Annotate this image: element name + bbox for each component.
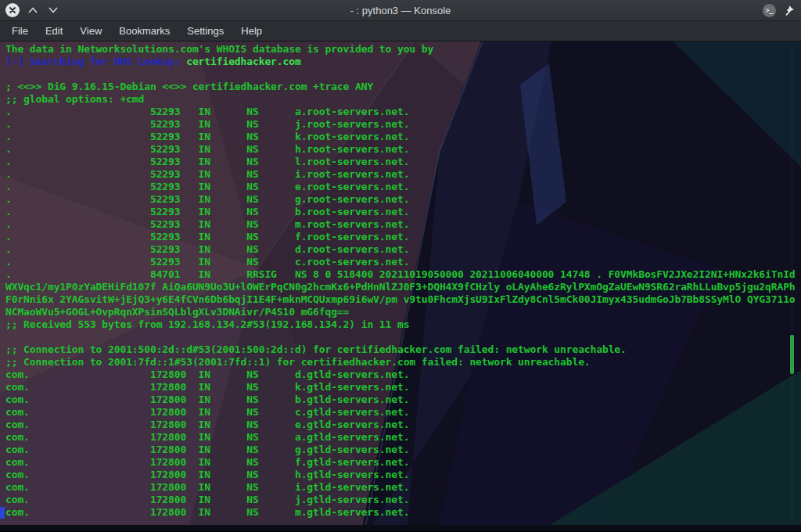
terminal-text: ;; global options: +cmd	[5, 93, 144, 105]
terminal-text: com. 172800 IN NS f.gtld-servers.net.	[5, 456, 409, 468]
terminal-text: . 52293 IN NS d.root-servers.net.	[5, 243, 409, 255]
terminal-text: . 52293 IN NS h.root-servers.net.	[5, 143, 409, 155]
titlebar[interactable]: - : python3 — Konsole >_	[0, 0, 801, 21]
chevron-down-icon	[48, 7, 58, 13]
scrollbar-thumb[interactable]	[790, 335, 794, 374]
pin-icon[interactable]	[783, 5, 795, 16]
scroll-up-button[interactable]	[26, 3, 40, 17]
terminal-text: [~] Searching for DNS Lookup:	[5, 56, 186, 67]
menubar: FileEditViewBookmarksSettingsHelp	[0, 21, 801, 41]
terminal-line: ;; Connection to 2001:7fd::1#53(2001:7fd…	[5, 356, 801, 368]
terminal-text: The data in Networksolutions.com's WHOIS…	[5, 43, 433, 55]
terminal-line	[5, 68, 801, 81]
menu-item-help[interactable]: Help	[232, 21, 271, 41]
terminal-text: com. 172800 IN NS i.gtld-servers.net.	[5, 481, 409, 493]
terminal-line: . 52293 IN NS i.root-servers.net.	[5, 168, 801, 181]
terminal-cursor	[0, 507, 5, 519]
close-button[interactable]	[5, 3, 20, 17]
terminal-text: . 52293 IN NS a.root-servers.net.	[5, 106, 409, 117]
konsole-app-icon: >_	[763, 4, 776, 17]
terminal-line: com. 172800 IN NS f.gtld-servers.net.	[5, 456, 801, 469]
terminal-line: com. 172800 IN NS j.gtld-servers.net.	[5, 494, 801, 506]
terminal-text: . 52293 IN NS c.root-servers.net.	[5, 256, 409, 268]
close-icon	[9, 6, 16, 14]
terminal-text: WXVqc1/my1P0zYaDEHiFd107f AiQa6UN9Uo3U+l…	[5, 281, 796, 293]
terminal-line: . 52293 IN NS b.root-servers.net.	[5, 206, 801, 218]
terminal-text: ;; Received 553 bytes from 192.168.134.2…	[5, 318, 409, 330]
terminal-line: . 52293 IN NS h.root-servers.net.	[5, 143, 801, 156]
terminal-line: com. 172800 IN NS i.gtld-servers.net.	[5, 481, 801, 494]
terminal-text: com. 172800 IN NS g.gtld-servers.net.	[5, 444, 409, 455]
chevron-up-icon	[28, 7, 38, 13]
terminal-text: . 52293 IN NS b.root-servers.net.	[5, 206, 409, 217]
terminal-line: com. 172800 IN NS c.gtld-servers.net.	[5, 406, 801, 419]
terminal-line: ;; Received 553 bytes from 192.168.134.2…	[5, 318, 801, 331]
terminal-line: com. 172800 IN NS d.gtld-servers.net.	[5, 368, 801, 381]
terminal-text: com. 172800 IN NS m.gtld-servers.net.	[5, 506, 409, 518]
menu-item-view[interactable]: View	[71, 21, 110, 41]
terminal-line: com. 172800 IN NS e.gtld-servers.net.	[5, 419, 801, 431]
menu-item-edit[interactable]: Edit	[37, 21, 71, 41]
terminal-text: com. 172800 IN NS a.gtld-servers.net.	[5, 431, 409, 443]
terminal-text: com. 172800 IN NS d.gtld-servers.net.	[5, 368, 409, 380]
terminal-line: . 52293 IN NS m.root-servers.net.	[5, 218, 801, 231]
terminal-line: . 52293 IN NS e.root-servers.net.	[5, 181, 801, 193]
terminal-line: [~] Searching for DNS Lookup: certifiedh…	[5, 56, 801, 68]
terminal-line: com. 172800 IN NS k.gtld-servers.net.	[5, 381, 801, 394]
terminal[interactable]: The data in Networksolutions.com's WHOIS…	[0, 41, 801, 531]
terminal-line: ;; Connection to 2001:500:2d::d#53(2001:…	[5, 343, 801, 356]
terminal-line: ;; global options: +cmd	[5, 93, 801, 106]
terminal-text: NCMaoWVu5+GOGL+OvpRqnXPsinSQLblgXLv3DNAi…	[5, 306, 349, 318]
menu-item-file[interactable]: File	[3, 21, 37, 41]
terminal-line: . 52293 IN NS f.root-servers.net.	[5, 231, 801, 243]
terminal-text: com. 172800 IN NS j.gtld-servers.net.	[5, 494, 409, 505]
terminal-line: F0rNni6x 2YAGsvitW+jEjQ3+y6E4fCVn6Db6bqj…	[5, 293, 801, 306]
terminal-text: . 52293 IN NS f.root-servers.net.	[5, 231, 409, 243]
terminal-text: . 52293 IN NS g.root-servers.net.	[5, 193, 409, 205]
terminal-text: . 52293 IN NS i.root-servers.net.	[5, 168, 409, 180]
terminal-line: com. 172800 IN NS b.gtld-servers.net.	[5, 394, 801, 406]
terminal-text: . 52293 IN NS l.root-servers.net.	[5, 156, 409, 167]
terminal-text: . 84701 IN RRSIG NS 8 0 518400 202110190…	[5, 268, 796, 280]
terminal-text: com. 172800 IN NS h.gtld-servers.net.	[5, 469, 409, 480]
bottom-strip	[0, 525, 801, 531]
terminal-text: ;; Connection to 2001:500:2d::d#53(2001:…	[5, 343, 627, 355]
terminal-text: ;; Connection to 2001:7fd::1#53(2001:7fd…	[5, 356, 591, 368]
terminal-line: . 52293 IN NS l.root-servers.net.	[5, 156, 801, 168]
terminal-line: . 84701 IN RRSIG NS 8 0 518400 202110190…	[5, 268, 801, 281]
terminal-line: WXVqc1/my1P0zYaDEHiFd107f AiQa6UN9Uo3U+l…	[5, 281, 801, 293]
terminal-text: . 52293 IN NS e.root-servers.net.	[5, 181, 409, 192]
terminal-line: com. 172800 IN NS m.gtld-servers.net.	[5, 506, 801, 519]
terminal-line: . 52293 IN NS g.root-servers.net.	[5, 193, 801, 206]
terminal-line: . 52293 IN NS k.root-servers.net.	[5, 131, 801, 143]
menu-item-settings[interactable]: Settings	[178, 21, 232, 41]
scroll-down-button[interactable]	[46, 3, 60, 17]
terminal-output: The data in Networksolutions.com's WHOIS…	[0, 41, 801, 519]
terminal-line	[5, 331, 801, 343]
terminal-text: . 52293 IN NS k.root-servers.net.	[5, 131, 409, 142]
terminal-line: NCMaoWVu5+GOGL+OvpRqnXPsinSQLblgXLv3DNAi…	[5, 306, 801, 318]
terminal-text: com. 172800 IN NS k.gtld-servers.net.	[5, 381, 409, 393]
terminal-text: . 52293 IN NS j.root-servers.net.	[5, 118, 409, 130]
terminal-line: . 52293 IN NS c.root-servers.net.	[5, 256, 801, 268]
terminal-text: ; <<>> DiG 9.16.15-Debian <<>> certified…	[5, 81, 373, 92]
window-title: - : python3 — Konsole	[0, 5, 801, 16]
terminal-text: com. 172800 IN NS b.gtld-servers.net.	[5, 394, 409, 405]
terminal-line: . 52293 IN NS d.root-servers.net.	[5, 243, 801, 256]
terminal-line: com. 172800 IN NS a.gtld-servers.net.	[5, 431, 801, 444]
terminal-line: . 52293 IN NS a.root-servers.net.	[5, 106, 801, 118]
terminal-text: . 52293 IN NS m.root-servers.net.	[5, 218, 409, 230]
menu-item-bookmarks[interactable]: Bookmarks	[110, 21, 178, 41]
terminal-text: com. 172800 IN NS c.gtld-servers.net.	[5, 406, 409, 418]
terminal-line: The data in Networksolutions.com's WHOIS…	[5, 43, 801, 56]
terminal-line: com. 172800 IN NS h.gtld-servers.net.	[5, 469, 801, 481]
terminal-line: com. 172800 IN NS g.gtld-servers.net.	[5, 444, 801, 456]
terminal-text: F0rNni6x 2YAGsvitW+jEjQ3+y6E4fCVn6Db6bqj…	[5, 293, 796, 305]
konsole-window: - : python3 — Konsole >_ FileEditViewBoo…	[0, 0, 801, 532]
terminal-line: ; <<>> DiG 9.16.15-Debian <<>> certified…	[5, 81, 801, 93]
terminal-text: certifiedhacker.com	[186, 56, 300, 67]
terminal-text: com. 172800 IN NS e.gtld-servers.net.	[5, 419, 409, 430]
terminal-line: . 52293 IN NS j.root-servers.net.	[5, 118, 801, 131]
